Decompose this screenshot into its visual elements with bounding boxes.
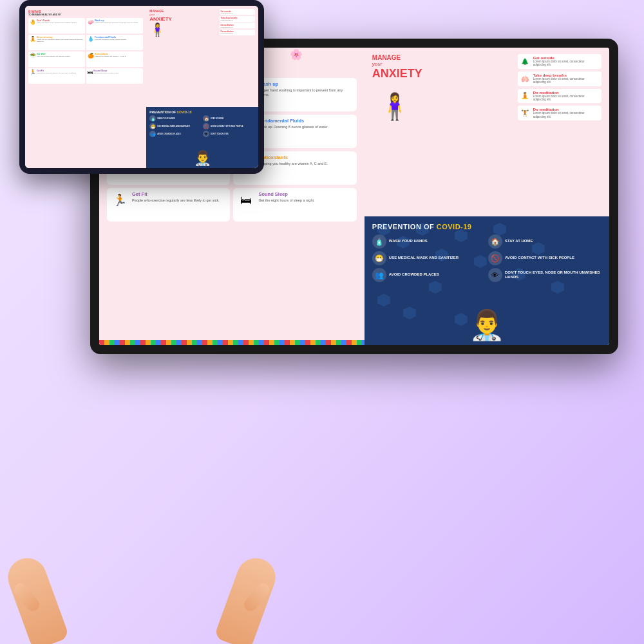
lungs-icon: 🫁 bbox=[521, 75, 531, 82]
anxiety-tips: 🌲 Get outside Lorem ipsum dolor sit amet… bbox=[518, 54, 601, 210]
tablet-anxiety-title: ANXIETY bbox=[149, 16, 218, 22]
right-panel: MANAGE your ANXIETY 🧍‍♀️ 🌸 🌲 Get outside… bbox=[365, 48, 609, 345]
tablet-right-panel: MANAGE your ANXIETY 🧍‍♀️ Get outside Lor… bbox=[146, 6, 258, 168]
tablet-run-icon: 🏃 bbox=[30, 70, 36, 82]
tip-desc-4: Drink up! Downing 8 ounce glasses of wat… bbox=[258, 125, 352, 129]
tablet-tip-6: 🍊 AntioxidantsKeeping you healthy are vi… bbox=[86, 52, 143, 67]
mask-icon: 😷 bbox=[372, 251, 386, 265]
tablet-orange-icon: 🍊 bbox=[88, 53, 94, 66]
tablet-tip-2: 🧼 Wash upProper hand washing is importan… bbox=[86, 18, 143, 33]
anxiety-tip-desc-1: Lorem ipsum dolor sit amet, consectetur … bbox=[533, 60, 598, 67]
tablet-tips-grid: 🤚 Don't TouchKeep your hands off any pos… bbox=[28, 18, 143, 84]
zigzag-border bbox=[99, 340, 365, 345]
tablet-hand-icon: 🤚 bbox=[30, 19, 36, 32]
tablet-anxiety-tip-2: Take deep breaths Lorem ipsum dolor sit. bbox=[220, 16, 255, 22]
eye-icon: 👁 bbox=[488, 268, 502, 282]
covid-tip-label-4: AVOID CONTACT WITH SICK PEOPLE bbox=[505, 256, 574, 260]
tip-title-2: Wash up bbox=[258, 81, 352, 87]
tablet-covid-tip-2: 🏠 STAY AT HOME bbox=[203, 115, 255, 122]
tablet-covid-label-2: STAY AT HOME bbox=[211, 117, 223, 120]
tablet-salad-icon: 🥗 bbox=[30, 53, 36, 66]
tablet-tip-7: 🏃 Get FitPeople who exercise regularly a… bbox=[28, 68, 85, 84]
tablet-yoga-icon: 🧘 bbox=[30, 36, 36, 49]
tip-desc-8: Get the eight hours of sleep a night. bbox=[258, 198, 352, 203]
covid-tip-eyes: 👁 DON'T TOUCH EYES, NOSE OR MOUTH UNWISH… bbox=[488, 268, 601, 282]
tablet-mask-icon: 😷 bbox=[149, 123, 156, 129]
tablet-tip-8: 🛏 Sound SleepGet the eight hours of slee… bbox=[86, 68, 143, 84]
tablet-left-panel: 8 WAYS TO REMAIN HEALTHY AND FIT 🤚 Don't… bbox=[25, 6, 146, 168]
sanitizer-icon: 🧴 bbox=[372, 234, 386, 249]
tablet-covid-label-1: WASH YOUR HANDS bbox=[157, 117, 175, 120]
tablet-water-icon: 💧 bbox=[88, 36, 94, 49]
tablet-nocontact-icon: 🚫 bbox=[203, 123, 209, 129]
covid-tip-crowd: 👥 AVOID CROWDED PLACES bbox=[372, 268, 486, 282]
covid-tip-home: 🏠 STAY AT HOME bbox=[488, 234, 601, 249]
tip-title-8: Sound Sleep bbox=[258, 191, 352, 197]
tablet-covid-section: PREVENTION OF COVID-19 🧴 WASH YOUR HANDS… bbox=[146, 107, 258, 168]
tablet-covid-tip-3: 😷 USE MEDICAL MASK AND SANITIZER bbox=[149, 123, 202, 129]
tablet-anxiety-figure: 🧍‍♀️ bbox=[149, 22, 218, 37]
tablet-tip-1: 🤚 Don't TouchKeep your hands off any pos… bbox=[28, 18, 85, 33]
tablet-sleep-icon: 🛏 bbox=[88, 70, 93, 82]
tree-icon: 🌲 bbox=[521, 58, 531, 65]
anxiety-section: MANAGE your ANXIETY 🧍‍♀️ 🌸 🌲 Get outside… bbox=[365, 48, 609, 216]
anxiety-tip-desc-3: Lorem ipsum dolor sit amet, consectetur … bbox=[533, 95, 598, 102]
tablet-covid-label-4: AVOID CONTACT WITH SICK PEOPLE bbox=[211, 125, 243, 128]
anxiety-figure: 🧍‍♀️ bbox=[372, 80, 417, 132]
covid-tip-label-3: USE MEDICAL MASK AND SANITIZER bbox=[389, 256, 459, 260]
covid-tip-mask: 😷 USE MEDICAL MASK AND SANITIZER bbox=[372, 251, 486, 265]
tablet-anxiety-tip-4: Do meditation Lorem ipsum dolor sit. bbox=[220, 30, 255, 35]
tablet-eye-icon: 👁 bbox=[203, 131, 209, 137]
anxiety-tip-desc-2: Lorem ipsum dolor sit amet, consectetur … bbox=[533, 77, 598, 84]
tablet-tip-3: 🧘 Stop stressingStress not only negative… bbox=[28, 35, 85, 50]
covid-tip-label-2: STAY AT HOME bbox=[505, 239, 533, 243]
tablet-covid-label-6: DON'T TOUCH EYES bbox=[211, 133, 229, 135]
tablet-covid-tip-4: 🚫 AVOID CONTACT WITH SICK PEOPLE bbox=[203, 123, 255, 129]
covid-tip-label-5: AVOID CROWDED PLACES bbox=[389, 272, 439, 277]
crowd-icon: 👥 bbox=[372, 268, 386, 282]
sleep-icon: 🛏 bbox=[237, 191, 255, 209]
yoga-icon: 🧘 bbox=[521, 92, 531, 99]
tip-sound-sleep: 🛏 Sound Sleep Get the eight hours of sle… bbox=[233, 188, 356, 222]
doctor-figure: 👨‍⚕️ bbox=[469, 308, 505, 342]
tablet-main-subtitle: TO REMAIN HEALTHY AND FIT bbox=[28, 14, 143, 16]
tablet-soap-icon: 🧼 bbox=[88, 19, 94, 32]
tablet-crowd-icon: 👥 bbox=[149, 131, 156, 137]
anxiety-tip-4: 🏋 Do meditation Lorem ipsum dolor sit am… bbox=[518, 106, 601, 120]
tablet-covid-grid: 🧴 WASH YOUR HANDS 🏠 STAY AT HOME 😷 USE M… bbox=[149, 115, 255, 137]
tablet-covid-title: PREVENTION OF COVID-19 bbox=[149, 110, 255, 114]
tablet-screen: 8 WAYS TO REMAIN HEALTHY AND FIT 🤚 Don't… bbox=[25, 6, 258, 168]
dumbbell-icon: 🏋 bbox=[521, 109, 531, 117]
tablet-device: 8 WAYS TO REMAIN HEALTHY AND FIT 🤚 Don't… bbox=[19, 0, 264, 174]
anxiety-pretitle: MANAGE bbox=[372, 54, 513, 61]
anxiety-tip-2: 🫁 Take deep breaths Lorem ipsum dolor si… bbox=[518, 71, 601, 86]
tablet-home-icon: 🏠 bbox=[203, 115, 209, 122]
tablet-doctor-figure: 👨‍⚕️ bbox=[194, 150, 211, 167]
tip-title-7: Get Fit bbox=[132, 191, 226, 197]
tablet-sanitizer-icon: 🧴 bbox=[149, 115, 156, 122]
tablet-covid-label-3: USE MEDICAL MASK AND SANITIZER bbox=[157, 125, 190, 128]
tip-title-6: Antioxidants bbox=[258, 155, 352, 160]
tablet-covid-tip-5: 👥 AVOID CROWDED PLACES bbox=[149, 131, 202, 137]
anxiety-your: your bbox=[372, 61, 513, 67]
tablet-covid-tip-6: 👁 DON'T TOUCH EYES bbox=[203, 131, 255, 137]
tip-desc-7: People who exercise regularly are less l… bbox=[132, 198, 226, 203]
covid-tips-grid: 🧴 WASH YOUR HANDS 🏠 STAY AT HOME 😷 USE M… bbox=[372, 234, 601, 282]
anxiety-tip-3: 🧘 Do meditation Lorem ipsum dolor sit am… bbox=[518, 89, 601, 104]
no-contact-icon: 🚫 bbox=[488, 251, 502, 265]
tip-title-4: Fundamental Fluids bbox=[258, 118, 352, 124]
tip-desc-6: Keeping you healthy are vitamin A, C and… bbox=[258, 162, 352, 166]
covid-section: PREVENTION OF COVID-19 🧴 WASH YOUR HANDS… bbox=[365, 216, 609, 345]
covid-tip-label-6: DON'T TOUCH EYES, NOSE OR MOUTH UNWISHED… bbox=[505, 270, 601, 279]
tablet-tip-5: 🥗 Eat WellYour food choices impact your … bbox=[28, 52, 85, 67]
anxiety-tip-1: 🌲 Get outside Lorem ipsum dolor sit amet… bbox=[518, 54, 601, 69]
anxiety-title: ANXIETY bbox=[372, 67, 513, 80]
hands-container bbox=[13, 528, 283, 644]
covid-tip-label-1: WASH YOUR HANDS bbox=[389, 239, 428, 243]
home-icon: 🏠 bbox=[488, 234, 502, 249]
tablet-covid-yellow: COVID-19 bbox=[176, 110, 191, 114]
tip-get-fit: 🏃 Get Fit People who exercise regularly … bbox=[107, 188, 230, 222]
flower-decoration: 🌸 bbox=[290, 48, 303, 61]
tablet-covid-label-5: AVOID CROWDED PLACES bbox=[157, 133, 180, 135]
covid-tip-contact: 🚫 AVOID CONTACT WITH SICK PEOPLE bbox=[488, 251, 601, 265]
